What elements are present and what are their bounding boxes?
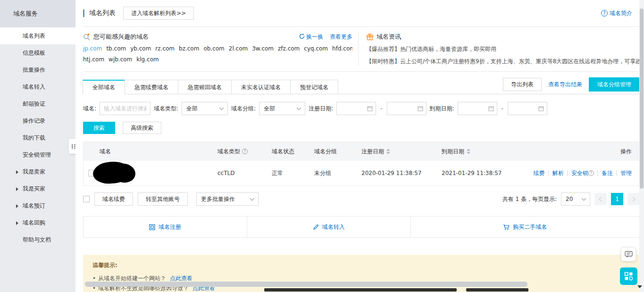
sidebar-item-buyer[interactable]: 我是买家 [0,180,75,197]
domain-intro-link[interactable]: ? 域名简介 [601,9,632,17]
sidebar-item-label: 批量操作 [23,67,45,73]
manage-link[interactable]: 管理 [620,170,632,176]
renew-link[interactable]: 续费 [534,170,545,176]
suggested-domain[interactable]: rz.com [155,45,175,52]
domain-search-input[interactable] [100,102,151,115]
sort-exp-date-icon[interactable] [467,149,470,154]
row-exp-date: 2021-01-29 11:38:57 [442,170,529,176]
sidebar-item-my-downloads[interactable]: 我的下载 [0,129,75,146]
suggested-domain[interactable]: tb.com [106,45,126,52]
expand-caret-icon [16,204,18,208]
row-operations: 续费|解析|安全锁?|备注|管理 [529,169,639,177]
next-page-button[interactable] [627,193,640,205]
enter-dns-list-button[interactable]: 进入域名解析列表>> [123,7,194,20]
chevron-down-icon [219,105,224,110]
sort-reg-date-icon[interactable] [386,149,390,154]
suggested-domain[interactable]: klg.com [136,56,159,63]
type-help-icon[interactable]: ? [242,149,248,154]
security-lock-help-icon[interactable]: ? [588,170,594,176]
search-suggest-icon [83,33,91,41]
suggested-domain[interactable]: yb.com [130,45,151,52]
sidebar-item-help-docs[interactable]: 帮助与文档 [0,231,75,248]
suggested-domain[interactable]: jp.com [83,45,102,52]
buy-secondhand-domain-link[interactable]: 购买二手域名 [410,217,639,237]
batch-transfer-button[interactable]: 转至其他账号 [138,192,188,206]
sidebar-item-label: 域名预订 [23,202,45,209]
vertical-scrollbar-track[interactable] [639,0,644,292]
exp-date-start-input[interactable] [458,102,497,115]
reg-date-start-input[interactable] [336,102,376,115]
buy-secondhand-domain-label: 购买二手域名 [513,223,547,231]
tab-preregistered[interactable]: 预登记域名 [290,80,338,94]
suggested-domains-line1: jp.comtb.comyb.comrz.combz.comob.com2l.c… [83,45,352,52]
sidebar-item-seller[interactable]: 我是卖家 [0,163,75,180]
vertical-scrollbar-thumb[interactable] [640,8,644,189]
suggested-domain[interactable]: 3w.com [252,45,274,52]
feedback-chat-button[interactable] [621,247,636,261]
news-item[interactable]: 【爆品推荐】热门优选商标，海量资源库，即买即用 [366,45,640,53]
suggested-domain[interactable]: bz.com [179,45,199,52]
sidebar-item-label: 邮箱验证 [23,100,45,107]
page-size-select[interactable]: 20 [561,192,590,206]
bullet-dot: • [92,275,96,282]
domain-table: 域名 域名类型? 域名状态 域名分组 注册日期 到期日期 操作 ccTLD 正常… [83,142,640,186]
page-1-button[interactable]: 1 [611,193,623,205]
select-all-checkbox[interactable] [83,196,90,202]
calendar-icon [488,106,494,111]
tab-redeem-soon[interactable]: 急需赎回域名 [178,80,232,94]
refresh-icon [299,33,305,39]
sidebar-item-transfer-in[interactable]: 域名转入 [0,78,75,95]
sidebar-item-buy-back[interactable]: 域名回购 [0,214,75,231]
suggested-domain[interactable]: ob.com [203,45,224,52]
collapse-widgets-chevron[interactable] [637,285,642,288]
domain-type-select[interactable]: 全部 [182,102,228,115]
horizontal-scrollbar-thumb[interactable] [85,282,527,287]
dns-resolve-link[interactable]: 解析 [552,170,564,176]
news-item[interactable]: 【限时特惠】云上公司/个体工商户注册特惠9折，支持上海、东莞、重庆等8大园区在线… [366,58,640,66]
domain-group-select[interactable]: 全部 [259,102,305,115]
chevron-down-icon [582,196,586,200]
tab-unverified[interactable]: 未实名认证域名 [231,80,291,94]
remark-link[interactable]: 备注 [602,170,613,176]
tab-renew-soon[interactable]: 急需续费域名 [125,80,178,94]
tip-view-link[interactable]: 点此查看 [170,275,192,282]
suggested-domain[interactable]: htj.com [83,56,104,63]
export-list-button[interactable]: 导出列表 [503,78,542,91]
widget-panel-button[interactable] [620,267,637,285]
suggested-domain[interactable]: wjb.com [109,56,132,63]
sidebar-title: 域名服务 [0,0,75,27]
refresh-domains-link[interactable]: 换一换 [299,33,323,41]
page-title: 域名列表 [89,9,116,17]
view-more-link[interactable]: 查看更多 [330,33,352,41]
sidebar-item-info-template[interactable]: 信息模板 [0,44,75,61]
reg-date-end-input[interactable] [387,102,427,115]
sidebar-item-domain-list[interactable]: 域名列表 [0,27,75,44]
suggested-domain[interactable]: zfz.com [278,45,300,52]
tab-all-domains[interactable]: 全部域名 [83,80,125,94]
exp-date-end-input[interactable] [508,102,547,115]
date-range-dash: - [380,105,382,112]
more-batch-ops-select[interactable]: 更多批量操作 [196,192,259,206]
type-filter-label: 域名类型: [154,105,178,113]
view-export-result-link[interactable]: 查看导出结果 [548,81,582,89]
sidebar-item-security-lock[interactable]: 安全锁管理 [0,146,75,163]
prev-page-button[interactable] [594,193,607,205]
sidebar-item-label: 域名回购 [23,219,45,226]
sidebar-item-batch-ops[interactable]: 批量操作 [0,61,75,78]
suggested-domain[interactable]: cyq.com [304,45,328,52]
suggested-domain[interactable]: 2l.com [229,45,248,52]
chevron-right-icon [631,197,636,201]
register-domain-link[interactable]: 域名注册 [84,217,247,237]
sidebar-item-op-log[interactable]: 操作记录 [0,112,75,129]
sidebar-item-pre-order[interactable]: 域名预订 [0,197,75,214]
advanced-search-button[interactable]: 高级搜索 [123,122,161,134]
date-range-dash: - [502,105,503,112]
suggested-domain[interactable]: hfd.com [332,45,352,52]
sidebar-item-email-verify[interactable]: 邮箱验证 [0,95,75,112]
header-exp-date: 到期日期 [442,148,529,156]
group-manage-button[interactable]: 域名分组管理 [589,77,640,92]
transfer-in-domain-link[interactable]: 域名转入 [247,217,410,237]
search-button[interactable]: 搜索 [83,122,115,134]
security-lock-link[interactable]: 安全锁 [571,170,588,176]
batch-renew-button[interactable]: 域名续费 [94,192,133,206]
